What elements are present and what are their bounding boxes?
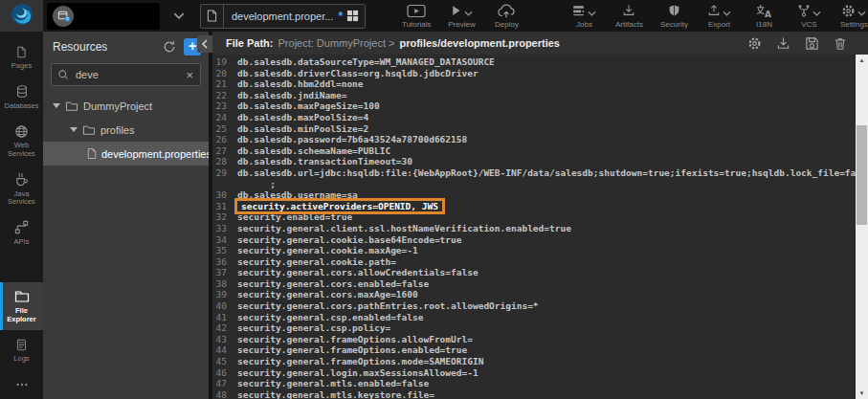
vcs-icon xyxy=(797,4,811,17)
code-line[interactable]: 30db.salesdb.username=sa xyxy=(212,189,868,201)
code-line[interactable]: 21db.salesdb.hbm2ddl=none xyxy=(212,78,868,90)
code-line[interactable]: 41security.general.csp.enabled=false xyxy=(212,312,868,323)
code-line[interactable]: 24db.salesdb.maxPoolSize=4 xyxy=(212,112,868,123)
property-text: security.general.cookie.path= xyxy=(237,256,396,268)
tool-label: VCS xyxy=(801,20,816,29)
code-line[interactable]: 32security.enabled=true xyxy=(212,211,868,223)
code-line[interactable]: ; xyxy=(212,179,868,190)
property-text: db.salesdb.jndiName= xyxy=(237,90,346,101)
code-line[interactable]: 44security.general.frameOptions.enabled=… xyxy=(212,344,868,356)
editor-settings-button[interactable] xyxy=(747,36,762,51)
tree-item-profiles[interactable]: profiles xyxy=(43,118,209,142)
tool-label: I18N xyxy=(756,20,772,29)
code-line[interactable]: 29db.salesdb.url=jdbc:hsqldb:file:{WebAp… xyxy=(212,167,868,179)
code-line[interactable]: 48security.general.mtls.keystore.file= xyxy=(212,389,868,399)
property-text: security.general.cors.pathEntries.root.a… xyxy=(237,300,539,312)
clear-search-icon[interactable]: × xyxy=(185,68,194,82)
code-line[interactable]: 43security.general.frameOptions.allowFro… xyxy=(212,334,868,345)
code-line[interactable]: 20db.salesdb.driverClass=org.hsqldb.jdbc… xyxy=(212,68,868,79)
sidebar-item-label: Logs xyxy=(13,355,29,364)
code-line[interactable]: 25db.salesdb.minPoolSize=2 xyxy=(212,123,868,135)
artifacts-icon xyxy=(622,4,635,17)
tool-preview[interactable]: Preview xyxy=(447,4,476,29)
logs-icon xyxy=(15,337,28,352)
sidebar-item-file-explorer[interactable]: File Explorer xyxy=(0,282,43,330)
sidebar-item-label: Web Services xyxy=(1,142,42,158)
deploy-icon xyxy=(497,4,516,18)
line-number: 21 xyxy=(212,78,237,90)
sidebar-item-java-services[interactable]: Java Services xyxy=(0,166,43,213)
code-line[interactable]: 33security.general.client.ssl.hostNameVe… xyxy=(212,223,868,234)
sidebar-item-more[interactable] xyxy=(0,370,43,399)
tool-i18n[interactable]: A I18N xyxy=(749,4,778,29)
editor-download-button[interactable] xyxy=(776,36,790,51)
caret-down-icon[interactable] xyxy=(53,103,60,108)
code-line[interactable]: 35security.general.cookie.maxAge=-1 xyxy=(212,245,868,256)
code-line[interactable]: 37security.general.cors.allowCredentials… xyxy=(212,267,868,278)
tool-export[interactable]: Export xyxy=(704,4,733,29)
line-number: 27 xyxy=(212,145,237,157)
grid-icon[interactable] xyxy=(346,10,359,22)
sidebar-item-pages[interactable]: Pages xyxy=(0,37,43,78)
project-app-icon[interactable] xyxy=(53,6,74,27)
tool-security[interactable]: Security xyxy=(659,4,688,29)
tree-item-dummyproject[interactable]: DummyProject xyxy=(43,94,209,118)
java-services-icon xyxy=(14,172,29,188)
code-line[interactable]: 36security.general.cookie.path= xyxy=(212,256,868,268)
wavemaker-wave-icon xyxy=(10,2,34,31)
scroll-up-button[interactable]: ▲ xyxy=(856,55,868,66)
web-services-icon xyxy=(14,123,29,139)
tree-item-development-properties[interactable]: development.properties xyxy=(43,142,209,166)
editor-save-button[interactable] xyxy=(805,36,819,51)
line-number: 48 xyxy=(212,389,237,399)
code-line[interactable]: 19db.salesdb.dataSourceType=WM_MANAGED_D… xyxy=(212,56,868,68)
code-line[interactable]: 27db.salesdb.schemaName=PUBLIC xyxy=(212,145,868,157)
chevron-down-icon xyxy=(464,11,473,16)
project-chevron-down-icon[interactable] xyxy=(173,12,185,19)
line-number: 45 xyxy=(212,356,237,367)
code-line[interactable]: 26db.salesdb.password=7b6a43524a78700d66… xyxy=(212,134,868,145)
code-line[interactable]: 31security.activeProviders=OPENID, JWS xyxy=(212,201,868,212)
code-line[interactable]: 40security.general.cors.pathEntries.root… xyxy=(212,300,868,312)
tool-label: Deploy xyxy=(495,20,519,29)
property-text: security.enabled=true xyxy=(237,211,352,223)
code-line[interactable]: 42security.general.csp.policy= xyxy=(212,322,868,334)
sidebar-item-logs[interactable]: Logs xyxy=(0,330,43,370)
caret-down-icon[interactable] xyxy=(70,127,78,132)
sidebar-item-web-services[interactable]: Web Services xyxy=(0,117,43,165)
code-line[interactable]: 28db.salesdb.transactionTimeout=30 xyxy=(212,156,868,167)
tool-vcs[interactable]: VCS xyxy=(794,4,823,29)
code-editor[interactable]: 19db.salesdb.dataSourceType=WM_MANAGED_D… xyxy=(212,55,868,399)
search-input[interactable] xyxy=(74,68,185,81)
sidebar-item-databases[interactable]: Databases xyxy=(0,78,43,118)
code-line[interactable]: 38security.general.cors.enabled=false xyxy=(212,278,868,290)
wavemaker-logo[interactable] xyxy=(0,0,43,32)
tool-settings[interactable]: Settings xyxy=(839,4,868,29)
preview-icon xyxy=(450,4,462,17)
line-number: 29 xyxy=(212,167,237,179)
tool-jobs[interactable]: Jobs xyxy=(569,4,598,29)
code-line[interactable]: 47security.general.mtls.enabled=false xyxy=(212,378,868,389)
search-icon xyxy=(57,69,69,80)
code-line[interactable]: 34security.general.cookie.base64Encode=t… xyxy=(212,234,868,246)
line-number: 28 xyxy=(212,156,237,167)
code-line[interactable]: 45security.general.frameOptions.mode=SAM… xyxy=(212,356,868,367)
code-line[interactable]: 23db.salesdb.maxPageSize=100 xyxy=(212,100,868,112)
file-path-label: File Path: xyxy=(226,37,274,49)
scroll-down-button[interactable]: ▼ xyxy=(856,388,868,399)
tool-artifacts[interactable]: Artifacts xyxy=(614,4,643,29)
tool-deploy[interactable]: Deploy xyxy=(492,4,521,29)
collapse-panel-button[interactable] xyxy=(197,35,212,53)
property-text: security.general.csp.enabled=false xyxy=(237,312,423,323)
code-line[interactable]: 22db.salesdb.jndiName= xyxy=(212,90,868,101)
sidebar-item-apis[interactable]: APIs xyxy=(0,213,43,254)
scrollbar-thumb[interactable] xyxy=(857,125,867,225)
tool-tutorials[interactable]: Tutorials xyxy=(402,4,431,29)
code-line[interactable]: 39security.general.cors.maxAge=1600 xyxy=(212,289,868,300)
file-tab[interactable]: development.proper... * xyxy=(200,4,366,29)
property-text: security.general.client.ssl.hostNameVeri… xyxy=(237,223,571,234)
code-line[interactable]: 46security.general.login.maxSessionsAllo… xyxy=(212,367,868,379)
refresh-icon[interactable] xyxy=(163,40,176,54)
property-text: security.general.cookie.base64Encode=tru… xyxy=(237,234,462,246)
editor-delete-button[interactable] xyxy=(834,36,847,51)
